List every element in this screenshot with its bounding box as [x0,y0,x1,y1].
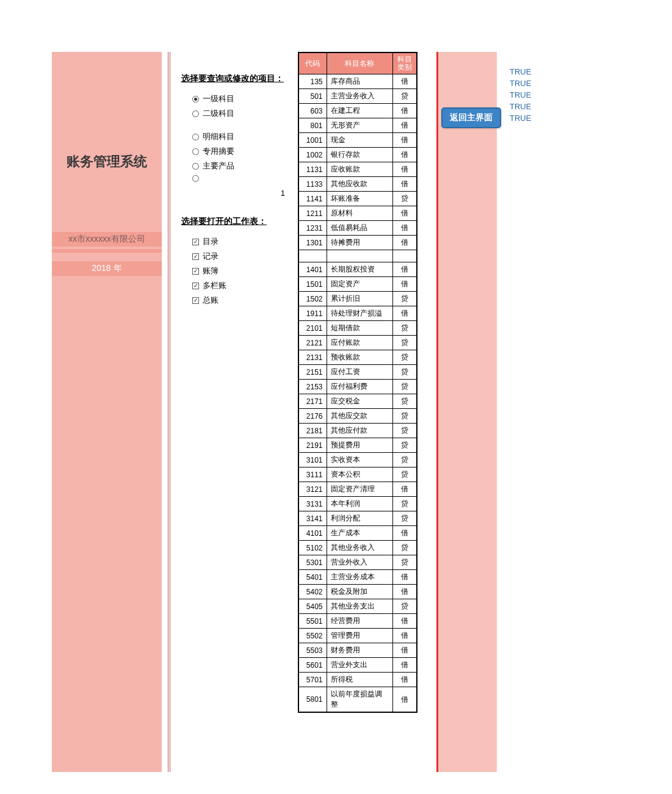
table-row[interactable]: 5701所得税借 [298,673,417,687]
table-row[interactable]: 3131本年利润贷 [298,497,417,511]
table-row[interactable]: 5301营业外收入贷 [298,555,417,570]
table-row[interactable]: 5405其他业务支出贷 [298,599,417,614]
check-option-2[interactable]: ✓账簿 [181,264,297,278]
cell-code: 5501 [298,614,327,629]
table-row[interactable] [298,250,417,262]
true-value: TRUE [510,89,531,101]
cell-name: 累计折旧 [327,292,392,306]
table-row[interactable]: 3101实收资本贷 [298,453,417,467]
cell-code: 1133 [298,177,327,192]
radio-option-5[interactable] [181,173,297,184]
cell-code: 1401 [298,262,327,277]
cell-type: 贷 [392,365,417,380]
return-main-button[interactable]: 返回主界面 [441,107,501,128]
radio-option-4[interactable]: 主要产品 [181,159,297,173]
table-row[interactable]: 2176其他应交款贷 [298,409,417,424]
cell-type: 贷 [392,336,417,350]
cell-type: 借 [392,148,417,162]
table-row[interactable]: 2171应交税金贷 [298,394,417,409]
radio-option-3[interactable]: 专用摘要 [181,144,297,159]
radio-icon [192,148,199,155]
table-row[interactable]: 1211原材料借 [298,206,417,221]
cell-type: 借 [392,658,417,673]
cell-name: 低值易耗品 [327,221,392,236]
cell-code: 501 [298,89,327,104]
table-row[interactable]: 5501经营费用借 [298,614,417,629]
table-row[interactable]: 2131预收账款贷 [298,350,417,365]
checkbox-icon: ✓ [192,297,199,304]
table-row[interactable]: 501主营业务收入贷 [298,89,417,104]
table-row[interactable]: 2153应付福利费贷 [298,380,417,394]
cell-name: 其他应付款 [327,424,392,438]
query-heading: 选择要查询或修改的项目： [181,73,297,84]
cell-name: 长期股权投资 [327,262,392,277]
cell-code: 2101 [298,321,327,336]
cell-name: 生产成本 [327,526,392,541]
table-row[interactable]: 1911待处理财产损溢借 [298,306,417,321]
table-row[interactable]: 4101生产成本借 [298,526,417,541]
radio-option-2[interactable]: 明细科目 [181,129,297,144]
cell-code: 5701 [298,673,327,687]
cell-type: 借 [392,162,417,177]
table-row[interactable]: 3121固定资产清理借 [298,482,417,497]
cell-type: 借 [392,262,417,277]
table-row[interactable]: 2151应付工资贷 [298,365,417,380]
cell-code: 801 [298,118,327,133]
cell-name: 原材料 [327,206,392,221]
check-option-1[interactable]: ✓记录 [181,249,297,264]
table-row[interactable]: 5801以前年度损益调整借 [298,687,417,713]
radio-option-1[interactable]: 二级科目 [181,106,297,121]
cell-code: 1141 [298,192,327,206]
check-option-3[interactable]: ✓多栏账 [181,278,297,293]
cell-name: 应付账款 [327,336,392,350]
check-label: 记录 [203,251,219,262]
table-row[interactable]: 603在建工程借 [298,104,417,118]
table-row[interactable]: 2101短期借款贷 [298,321,417,336]
table-row[interactable]: 1001现金借 [298,133,417,148]
cell-type: 贷 [392,380,417,394]
table-row[interactable]: 1301待摊费用借 [298,236,417,250]
table-row[interactable]: 5503财务费用借 [298,643,417,658]
check-option-0[interactable]: ✓目录 [181,234,297,249]
cell-name: 预收账款 [327,350,392,365]
table-row[interactable]: 2191预提费用贷 [298,438,417,453]
table-row[interactable]: 5402税金及附加借 [298,585,417,599]
header-name: 科目名称 [327,52,392,74]
table-row[interactable]: 1002银行存款借 [298,148,417,162]
cell-code: 2191 [298,438,327,453]
table-row[interactable]: 1131应收账款借 [298,162,417,177]
table-row[interactable]: 801无形资产借 [298,118,417,133]
cell-name: 银行存款 [327,148,392,162]
table-row[interactable]: 2121应付账款贷 [298,336,417,350]
check-option-4[interactable]: ✓总账 [181,293,297,308]
table-row[interactable]: 3111资本公积贷 [298,467,417,482]
table-row[interactable]: 1502累计折旧贷 [298,292,417,306]
table-row[interactable]: 135库存商品借 [298,74,417,89]
table-row[interactable]: 1501固定资产借 [298,277,417,292]
table-row[interactable]: 2181其他应付款贷 [298,424,417,438]
table-row[interactable]: 5401主营业务成本借 [298,570,417,585]
table-row[interactable]: 1133其他应收款借 [298,177,417,192]
true-value: TRUE [510,66,531,78]
table-row[interactable]: 1231低值易耗品借 [298,221,417,236]
cell-code: 1211 [298,206,327,221]
table-row[interactable]: 5601营业外支出借 [298,658,417,673]
table-row[interactable]: 1141坏账准备贷 [298,192,417,206]
cell-name: 经营费用 [327,614,392,629]
cell-type: 借 [392,277,417,292]
cell-code: 5402 [298,585,327,599]
cell-type: 贷 [392,424,417,438]
cell-name: 预提费用 [327,438,392,453]
cell-code: 3131 [298,497,327,511]
cell-code: 3111 [298,467,327,482]
table-row[interactable]: 5502管理费用借 [298,629,417,643]
cell-name: 固定资产 [327,277,392,292]
table-row[interactable]: 1401长期股权投资借 [298,262,417,277]
radio-option-0[interactable]: 一级科目 [181,92,297,106]
table-row[interactable]: 5102其他业务收入贷 [298,541,417,555]
table-row[interactable]: 3141利润分配贷 [298,511,417,526]
cell-name: 其他应收款 [327,177,392,192]
cell-code: 135 [298,74,327,89]
cell-code: 2153 [298,380,327,394]
cell-code: 3101 [298,453,327,467]
